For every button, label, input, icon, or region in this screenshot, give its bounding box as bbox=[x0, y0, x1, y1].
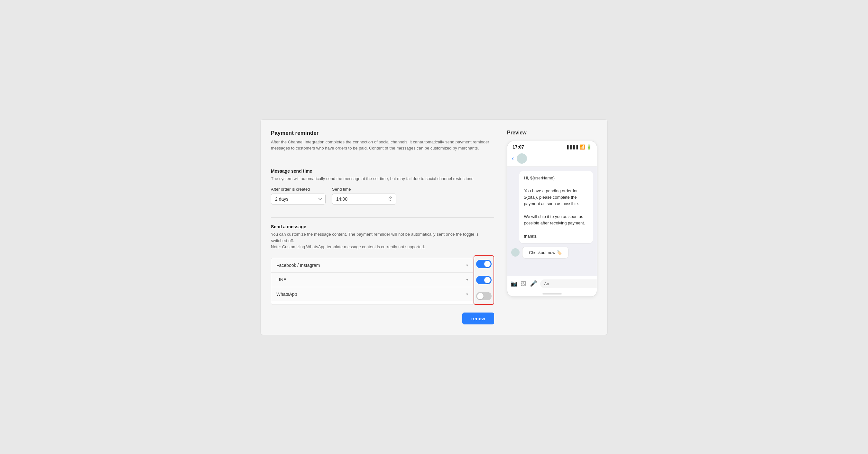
toggle-whatsapp[interactable] bbox=[476, 292, 492, 300]
checkout-now-button[interactable]: Checkout now 🏷️ bbox=[522, 247, 568, 259]
renew-row: renew bbox=[271, 313, 494, 324]
page-title: Payment reminder bbox=[271, 130, 494, 136]
send-time-input[interactable] bbox=[332, 194, 396, 204]
after-order-group: After order is created 2 days 1 day 3 da… bbox=[271, 187, 326, 204]
phone-nav: ‹ bbox=[507, 152, 597, 167]
chevron-down-icon-line[interactable]: ▾ bbox=[466, 278, 468, 282]
right-panel: Preview 17:07 ▐▐▐▐ 📶 🔋 ‹ Hi, ${userName} bbox=[507, 130, 597, 324]
channel-right-line: ▾ bbox=[466, 278, 468, 282]
chevron-down-icon-whatsapp[interactable]: ▾ bbox=[466, 292, 468, 296]
image-icon[interactable]: 🖼 bbox=[521, 280, 527, 287]
channel-row-line: LINE ▾ bbox=[271, 273, 473, 287]
mic-icon[interactable]: 🎤 bbox=[530, 280, 537, 287]
send-message-section: Send a message You can customize the mes… bbox=[271, 224, 494, 305]
chat-bubble-main: Hi, ${userName} You have a pending order… bbox=[519, 171, 593, 244]
channel-row-facebook: Facebook / Instagram ▾ bbox=[271, 258, 473, 273]
chat-area: Hi, ${userName} You have a pending order… bbox=[507, 167, 597, 276]
left-panel: Payment reminder After the Channel Integ… bbox=[271, 130, 494, 324]
channel-left-line: LINE bbox=[276, 277, 286, 282]
phone-status-bar: 17:07 ▐▐▐▐ 📶 🔋 bbox=[507, 141, 597, 152]
preview-title: Preview bbox=[507, 130, 597, 136]
send-time-title: Message send time bbox=[271, 168, 494, 174]
message-send-time-section: Message send time The system will automa… bbox=[271, 168, 494, 213]
send-time-label: Send time bbox=[332, 187, 396, 192]
renew-button[interactable]: renew bbox=[462, 313, 494, 324]
send-message-title: Send a message bbox=[271, 224, 494, 229]
send-time-desc: The system will automatically send the m… bbox=[271, 175, 494, 182]
channel-right-whatsapp: ▾ bbox=[466, 292, 468, 296]
main-container: Payment reminder After the Channel Integ… bbox=[260, 119, 608, 335]
wifi-icon: 📶 bbox=[580, 144, 585, 150]
toggle-facebook[interactable] bbox=[476, 260, 492, 268]
time-input-wrapper: ⏱ bbox=[332, 194, 396, 204]
page-desc: After the Channel Integration completes … bbox=[271, 139, 494, 152]
form-row: After order is created 2 days 1 day 3 da… bbox=[271, 187, 494, 204]
channel-list-wrapper: Facebook / Instagram ▾ LINE ▾ bbox=[271, 255, 494, 305]
channel-name-whatsapp: WhatsApp bbox=[276, 292, 297, 297]
battery-icon: 🔋 bbox=[586, 144, 592, 150]
status-icons: ▐▐▐▐ 📶 🔋 bbox=[566, 144, 592, 150]
signal-icon: ▐▐▐▐ bbox=[566, 145, 578, 149]
divider-1 bbox=[271, 163, 494, 163]
toggle-line[interactable] bbox=[476, 276, 492, 284]
toggles-highlight-box bbox=[473, 255, 494, 305]
camera-icon[interactable]: 📷 bbox=[510, 280, 518, 287]
divider-2 bbox=[271, 217, 494, 218]
after-order-label: After order is created bbox=[271, 187, 326, 192]
scroll-indicator bbox=[542, 293, 562, 294]
channel-left-facebook: Facebook / Instagram bbox=[276, 263, 320, 268]
message-input[interactable] bbox=[540, 280, 597, 288]
phone-input-bar: 📷 🖼 🎤 😀 ☰ bbox=[507, 276, 597, 291]
channel-name-line: LINE bbox=[276, 277, 286, 282]
checkout-avatar bbox=[511, 248, 520, 257]
channel-right-facebook: ▾ bbox=[466, 263, 468, 267]
send-time-group: Send time ⏱ bbox=[332, 187, 396, 204]
checkout-btn-row: Checkout now 🏷️ bbox=[511, 247, 593, 259]
channel-row-whatsapp: WhatsApp ▾ bbox=[271, 287, 473, 301]
channel-left-whatsapp: WhatsApp bbox=[276, 292, 297, 297]
nav-avatar bbox=[517, 153, 527, 164]
phone-mockup: 17:07 ▐▐▐▐ 📶 🔋 ‹ Hi, ${userName} You hav… bbox=[507, 141, 597, 297]
channel-list: Facebook / Instagram ▾ LINE ▾ bbox=[271, 258, 473, 305]
channel-name-facebook: Facebook / Instagram bbox=[276, 263, 320, 268]
send-message-desc: You can customize the message content. T… bbox=[271, 231, 494, 250]
status-time: 17:07 bbox=[513, 144, 524, 150]
after-order-select[interactable]: 2 days 1 day 3 days 7 days bbox=[271, 194, 326, 204]
back-button[interactable]: ‹ bbox=[512, 155, 514, 162]
chevron-down-icon-facebook[interactable]: ▾ bbox=[466, 263, 468, 267]
